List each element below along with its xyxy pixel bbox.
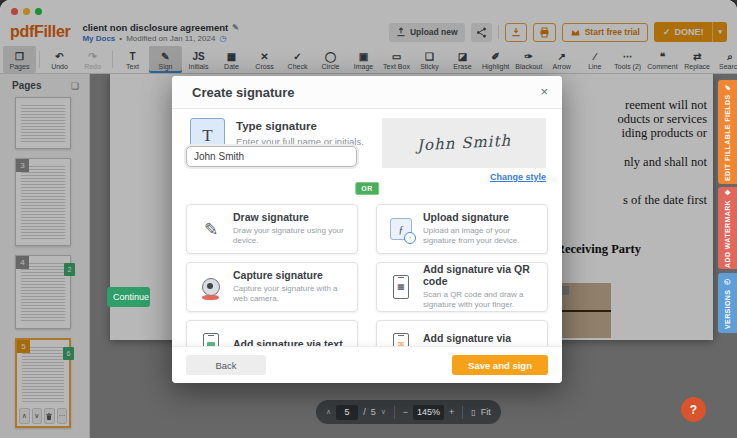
signature-name-input[interactable] <box>186 146 357 167</box>
card-title: Add signature via QR code <box>423 264 539 287</box>
close-icon[interactable]: × <box>538 83 550 100</box>
card-title: Draw signature <box>233 212 349 224</box>
card-text: Upload signatureUpload an image of your … <box>423 212 539 246</box>
capture-signature-icon <box>197 272 225 302</box>
modal-header: Create signature × <box>172 76 562 109</box>
signature-preview: John Smith <box>382 118 546 168</box>
create-signature-modal: Create signature × T Type signature Ente… <box>172 76 562 383</box>
bottom-toolbar: ∧ 5 / 5 ∨ − 145% + ▯ Fit <box>316 400 501 424</box>
card-text: Add signature via QR codeScan a QR code … <box>423 264 539 309</box>
card-title: Capture signature <box>233 270 349 282</box>
tab-label: EDIT FILLABLE FIELDS <box>724 95 731 182</box>
card-text: Draw signatureDraw your signature using … <box>233 212 349 246</box>
page-separator: / <box>363 407 366 417</box>
modal-title: Create signature <box>192 85 295 100</box>
zoom-level[interactable]: 145% <box>413 405 444 420</box>
add-watermark-icon: ❖ <box>724 188 732 196</box>
fit-button[interactable]: Fit <box>481 407 491 417</box>
zoom-in-button[interactable]: + <box>449 407 454 417</box>
card-draw-signature[interactable]: ✎Draw signatureDraw your signature using… <box>186 204 358 254</box>
card-description: Draw your signature using your device. <box>233 226 349 246</box>
modal-footer: Back Save and sign <box>172 346 562 383</box>
pill-divider <box>394 406 395 419</box>
tab-versions[interactable]: VERSIONS◷ <box>718 273 737 333</box>
total-pages: 5 <box>371 407 376 417</box>
add-signature-via-qr-code-icon: ▦ <box>387 272 415 302</box>
card-capture-signature[interactable]: Capture signatureCapture your signature … <box>186 262 358 312</box>
draw-signature-icon: ✎ <box>197 214 225 244</box>
card-text: Capture signatureCapture your signature … <box>233 270 349 304</box>
change-style-link[interactable]: Change style <box>490 172 546 182</box>
page-up-icon[interactable]: ∧ <box>326 408 331 416</box>
card-add-signature-via-qr-code[interactable]: ▦Add signature via QR codeScan a QR code… <box>376 262 548 312</box>
card-description: Capture your signature with a web camera… <box>233 284 349 304</box>
card-upload-signature[interactable]: ƒ↑Upload signatureUpload an image of you… <box>376 204 548 254</box>
current-page-input[interactable]: 5 <box>336 405 358 420</box>
zoom-out-button[interactable]: − <box>403 407 408 417</box>
fit-page-icon: ▯ <box>471 408 475 417</box>
pill-divider <box>462 406 463 419</box>
or-divider-badge: OR <box>355 182 379 195</box>
versions-icon: ◷ <box>724 277 732 285</box>
tab-label: VERSIONS <box>724 290 731 329</box>
edit-fillable-fields-icon: ✎ <box>724 83 732 91</box>
card-description: Upload an image of your signature from y… <box>423 226 539 246</box>
app-window: pdfFiller client non disclosure agreemen… <box>0 0 737 438</box>
help-button[interactable]: ? <box>681 397 706 422</box>
right-tab-rail: EDIT FILLABLE FIELDS✎ADD WATERMARK❖VERSI… <box>718 74 737 438</box>
type-signature-title: Type signature <box>236 120 317 132</box>
continue-button[interactable]: Continue <box>107 287 150 307</box>
back-button[interactable]: Back <box>186 355 266 375</box>
card-description: Scan a QR code and draw a signature with… <box>423 290 539 310</box>
save-and-sign-button[interactable]: Save and sign <box>452 355 548 375</box>
tab-add-watermark[interactable]: ADD WATERMARK❖ <box>718 187 737 269</box>
card-title: Upload signature <box>423 212 539 224</box>
tab-label: ADD WATERMARK <box>724 200 731 268</box>
upload-signature-icon: ƒ↑ <box>387 214 415 244</box>
page-down-icon[interactable]: ∨ <box>381 408 386 416</box>
signature-preview-text: John Smith <box>417 132 512 155</box>
modal-body: T Type signature Enter your full name or… <box>172 108 562 383</box>
tab-edit-fillable-fields[interactable]: EDIT FILLABLE FIELDS✎ <box>718 80 737 184</box>
